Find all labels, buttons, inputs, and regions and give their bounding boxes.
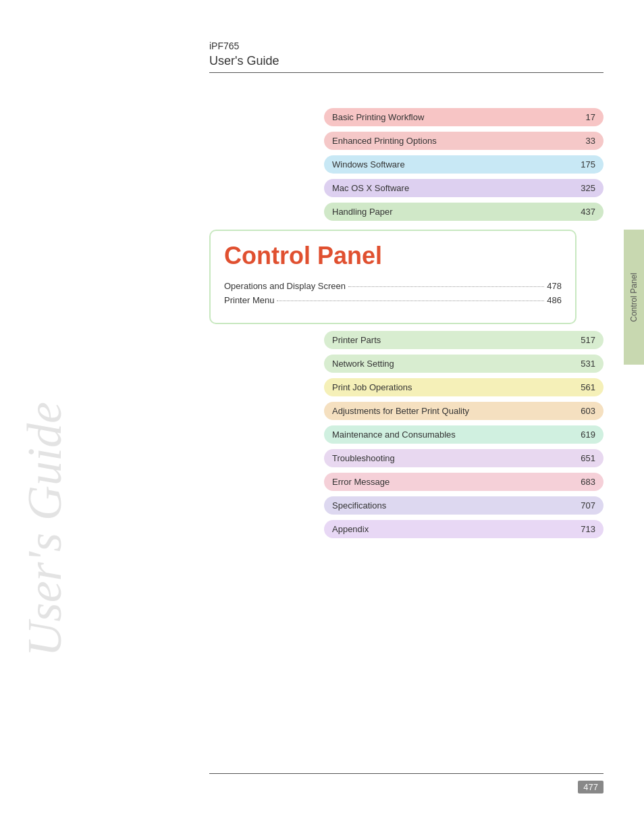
- toc-item-label: Mac OS X Software: [332, 183, 575, 193]
- watermark-text: User's Guide: [20, 402, 69, 656]
- cp-entry: Printer Menu 486: [224, 295, 562, 305]
- watermark: User's Guide: [20, 402, 169, 739]
- cp-entry: Operations and Display Screen 478: [224, 281, 562, 291]
- page-number: 477: [578, 781, 603, 793]
- cp-entry-page: 486: [547, 295, 562, 305]
- toc-item: Mac OS X Software 325: [324, 179, 603, 197]
- cp-entry-dots: [277, 301, 544, 301]
- toc-item-page: 437: [575, 207, 595, 217]
- toc-item: Specifications 707: [324, 496, 603, 515]
- control-panel-title: Control Panel: [224, 242, 562, 270]
- cp-entry-label: Operations and Display Screen: [224, 281, 346, 291]
- toc-item-page: 619: [575, 429, 595, 440]
- toc-item: Windows Software 175: [324, 155, 603, 174]
- toc-item-label: Print Job Operations: [332, 382, 575, 392]
- toc-item: Maintenance and Consumables 619: [324, 425, 603, 444]
- toc-item: Handling Paper 437: [324, 203, 603, 221]
- toc-item-label: Error Message: [332, 477, 575, 487]
- toc-item-page: 707: [575, 500, 595, 511]
- cp-entry-dots: [348, 286, 544, 287]
- toc-top: Basic Printing Workflow 17 Enhanced Prin…: [324, 108, 603, 226]
- toc-item-label: Enhanced Printing Options: [332, 136, 575, 146]
- toc-item-page: 33: [575, 136, 595, 146]
- toc-item-label: Maintenance and Consumables: [332, 429, 575, 440]
- toc-item-page: 651: [575, 453, 595, 463]
- toc-item-label: Troubleshooting: [332, 453, 575, 463]
- toc-item-page: 713: [575, 524, 595, 534]
- toc-item-page: 175: [575, 159, 595, 170]
- toc-item-label: Network Setting: [332, 359, 575, 369]
- toc-item: Printer Parts 517: [324, 331, 603, 349]
- toc-item-page: 683: [575, 477, 595, 487]
- toc-item-page: 17: [575, 112, 595, 122]
- toc-item: Error Message 683: [324, 473, 603, 491]
- right-tab-label: Control Panel: [629, 273, 639, 322]
- toc-item-label: Windows Software: [332, 159, 575, 170]
- control-panel-box: Control Panel Operations and Display Scr…: [209, 230, 576, 324]
- toc-item-page: 561: [575, 382, 595, 392]
- toc-item: Network Setting 531: [324, 355, 603, 373]
- toc-item: Basic Printing Workflow 17: [324, 108, 603, 126]
- header-area: iPF765 User's Guide: [209, 41, 603, 86]
- toc-item-label: Adjustments for Better Print Quality: [332, 406, 575, 416]
- toc-bottom: Printer Parts 517 Network Setting 531 Pr…: [324, 331, 603, 544]
- cp-entry-label: Printer Menu: [224, 295, 274, 305]
- cp-entry-page: 478: [547, 281, 562, 291]
- right-tab: Control Panel: [624, 230, 644, 365]
- toc-item-label: Basic Printing Workflow: [332, 112, 575, 122]
- toc-item-page: 603: [575, 406, 595, 416]
- toc-item-page: 325: [575, 183, 595, 193]
- toc-item-label: Appendix: [332, 524, 575, 534]
- toc-item-page: 517: [575, 335, 595, 345]
- toc-item: Appendix 713: [324, 520, 603, 538]
- page-container: iPF765 User's Guide Basic Printing Workf…: [0, 0, 644, 834]
- toc-item-label: Specifications: [332, 500, 575, 511]
- toc-item-label: Printer Parts: [332, 335, 575, 345]
- cp-entries: Operations and Display Screen 478 Printe…: [224, 281, 562, 305]
- toc-item: Print Job Operations 561: [324, 378, 603, 396]
- toc-item: Enhanced Printing Options 33: [324, 132, 603, 150]
- control-panel-section: Control Panel Operations and Display Scr…: [209, 230, 576, 324]
- footer: 477: [209, 773, 603, 793]
- toc-item-page: 531: [575, 359, 595, 369]
- guide-title: User's Guide: [209, 54, 603, 73]
- toc-item-label: Handling Paper: [332, 207, 575, 217]
- toc-item: Troubleshooting 651: [324, 449, 603, 467]
- model-number: iPF765: [209, 41, 603, 51]
- toc-item: Adjustments for Better Print Quality 603: [324, 402, 603, 420]
